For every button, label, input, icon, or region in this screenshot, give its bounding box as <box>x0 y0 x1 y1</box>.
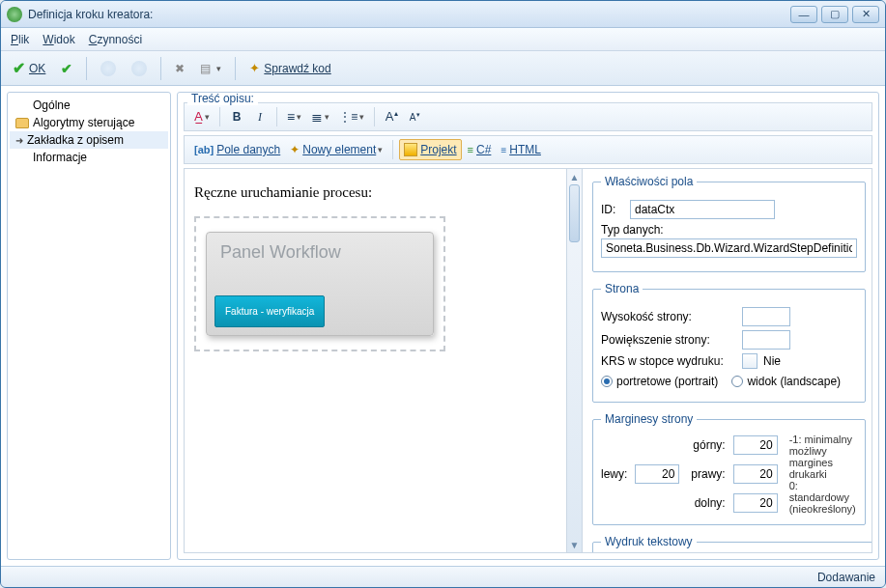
page-height-input[interactable] <box>742 307 790 326</box>
menu-plik[interactable]: Plik <box>11 33 29 46</box>
scroll-up-icon[interactable]: ▲ <box>567 169 582 184</box>
scroll-thumb[interactable] <box>569 184 580 242</box>
titlebar[interactable]: Definicja kroku kreatora: — ▢ ✕ <box>1 1 885 28</box>
krs-checkbox[interactable] <box>742 353 757 369</box>
minimize-button[interactable]: — <box>790 6 817 23</box>
margin-left-input[interactable] <box>635 464 679 484</box>
nav-back-button[interactable] <box>95 55 122 82</box>
page-zoom-label: Powiększenie strony: <box>601 333 736 347</box>
workflow-panel[interactable]: Panel Workflow Faktura - weryfikacja <box>206 232 434 336</box>
canvas-scrollbar[interactable]: ▲ ▼ <box>566 169 582 552</box>
status-text: Dodawanie <box>817 571 875 584</box>
numbering-icon <box>339 110 357 124</box>
print-button[interactable] <box>194 55 227 82</box>
new-element-label: Nowy element <box>302 143 376 156</box>
check-code-button[interactable]: Sprawdź kod <box>243 55 336 82</box>
orientation-portrait-label: portretowe (portrait) <box>616 375 718 388</box>
workflow-panel-title: Panel Workflow <box>207 233 433 268</box>
type-label: Typ danych: <box>601 223 664 237</box>
orientation-landscape-radio[interactable] <box>731 376 743 387</box>
margins-legend: Marginesy strony <box>601 412 697 426</box>
grow-font-icon: A▴ <box>386 109 398 124</box>
statusbar: Dodawanie <box>1 566 885 587</box>
bold-icon: B <box>233 110 242 124</box>
menubar: Plik Widok Czynności <box>1 28 885 51</box>
grow-font-button[interactable]: A▴ <box>381 106 402 127</box>
close-button[interactable]: ✕ <box>852 6 879 23</box>
margin-right-label: prawy: <box>691 467 725 481</box>
project-icon <box>404 143 417 156</box>
tree-sidebar: Ogólne Algorytmy sterujące Zakładka z op… <box>7 92 171 560</box>
maximize-button[interactable]: ▢ <box>821 6 848 23</box>
id-input[interactable] <box>630 200 775 219</box>
shrink-font-button[interactable]: A▾ <box>404 106 425 127</box>
margins-group: Marginesy strony górny: lewy: prawy: <box>592 412 866 525</box>
html-icon: ≡ <box>500 145 506 155</box>
check-icon <box>61 61 72 76</box>
tree-label: Ogólne <box>33 98 71 112</box>
text-print-group: Wydruk tekstowy Nagłówek kolejnych stron… <box>592 535 872 552</box>
id-label: ID: <box>601 203 624 216</box>
ok-button[interactable]: OK <box>7 55 51 82</box>
margin-bottom-input[interactable] <box>733 493 778 513</box>
print-icon <box>200 62 211 75</box>
back-icon <box>100 61 116 76</box>
margin-bottom-label: dolny: <box>691 496 725 510</box>
margin-note-2: 0: standardowy (nieokreślony) <box>789 480 857 515</box>
tools-button[interactable] <box>169 55 190 82</box>
workflow-chip[interactable]: Faktura - weryfikacja <box>214 295 325 327</box>
bold-button[interactable]: B <box>226 106 247 127</box>
scroll-down-icon[interactable]: ▼ <box>567 537 582 552</box>
tree-label: Informacje <box>33 151 87 164</box>
csharp-icon: ≡ <box>468 144 473 155</box>
star-icon <box>290 143 300 156</box>
menu-widok[interactable]: Widok <box>43 33 74 46</box>
main-group-title: Treść opisu: <box>187 92 258 105</box>
ok-small-button[interactable] <box>55 55 78 82</box>
format-toolbar: A̲ B I A▴ A▾ <box>184 102 872 131</box>
margin-top-input[interactable] <box>733 435 778 455</box>
page-legend: Strona <box>601 282 643 295</box>
page-height-label: Wysokość strony: <box>601 310 736 323</box>
html-label: HTML <box>509 143 541 156</box>
project-label: Projekt <box>420 143 456 156</box>
font-picker[interactable]: A̲ <box>190 106 214 127</box>
tree-item-ogolne[interactable]: Ogólne <box>10 97 168 114</box>
project-tab[interactable]: Projekt <box>399 139 461 160</box>
align-button[interactable] <box>283 106 305 127</box>
tree-item-zakladka[interactable]: Zakładka z opisem <box>10 131 168 149</box>
italic-button[interactable]: I <box>249 106 271 127</box>
csharp-tab[interactable]: ≡ C# <box>464 139 496 160</box>
field-icon: [ab] <box>194 144 214 155</box>
type-input[interactable] <box>601 238 857 258</box>
toolbar: OK Sprawdź kod <box>1 51 885 86</box>
field-button[interactable]: [ab] Pole danych <box>190 139 284 160</box>
font-icon: A̲ <box>194 109 203 125</box>
tree-item-informacje[interactable]: Informacje <box>10 149 168 166</box>
margin-top-label: górny: <box>691 438 725 452</box>
nav-forward-button[interactable] <box>126 55 153 82</box>
page-zoom-input[interactable] <box>742 330 790 350</box>
margin-note-1: -1: minimalny możliwy margines drukarki <box>789 434 857 480</box>
drop-zone[interactable]: Panel Workflow Faktura - weryfikacja <box>194 216 445 351</box>
align-icon <box>287 109 295 125</box>
orientation-portrait-radio[interactable] <box>601 376 613 387</box>
page-group: Strona Wysokość strony: Powiększenie str… <box>592 282 866 403</box>
html-tab[interactable]: ≡ HTML <box>497 139 545 160</box>
forward-icon <box>131 61 147 76</box>
numbering-button[interactable] <box>335 106 368 127</box>
wand-icon <box>249 61 260 75</box>
krs-label: KRS w stopce wydruku: <box>601 354 736 368</box>
canvas-caption: Ręczne uruchamianie procesu: <box>194 184 557 201</box>
tools-icon <box>175 62 185 75</box>
app-icon <box>7 7 22 22</box>
tree-item-algorytmy[interactable]: Algorytmy sterujące <box>10 114 168 131</box>
editor-body: Ręczne uruchamianie procesu: Panel Workf… <box>184 168 872 553</box>
main-panel: Treść opisu: A̲ B I A▴ A▾ <box>177 92 879 560</box>
client-area: Ogólne Algorytmy sterujące Zakładka z op… <box>1 86 885 566</box>
margin-right-input[interactable] <box>733 464 778 484</box>
new-element-button[interactable]: Nowy element <box>286 139 386 160</box>
design-canvas[interactable]: Ręczne uruchamianie procesu: Panel Workf… <box>185 169 566 552</box>
menu-czynnosci[interactable]: Czynności <box>89 33 142 46</box>
bullets-button[interactable] <box>307 106 333 127</box>
